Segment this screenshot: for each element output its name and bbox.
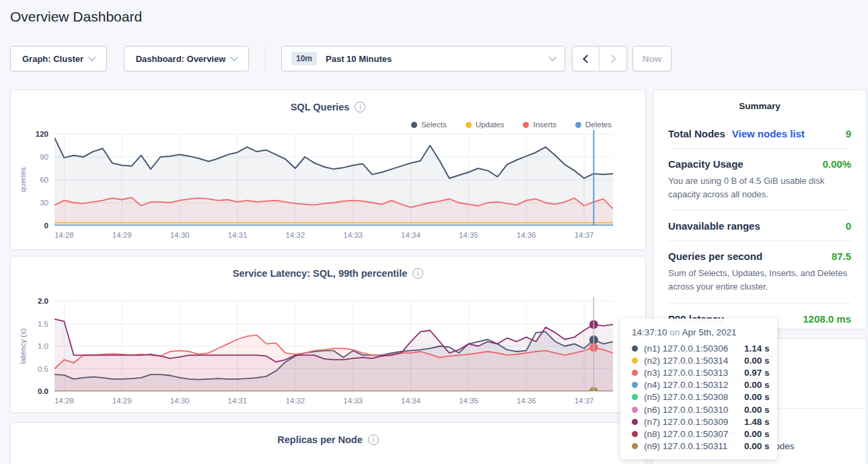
svg-text:14:35: 14:35 <box>459 231 478 239</box>
chevron-right-icon <box>608 55 616 63</box>
view-nodes-list-link[interactable]: View nodes list <box>732 128 805 139</box>
svg-text:60: 60 <box>40 176 48 184</box>
tooltip-sep: on <box>670 327 680 337</box>
graph-scope-label: Graph: Cluster <box>22 54 83 64</box>
unavailable-ranges-value: 0 <box>846 220 851 232</box>
summary-row-total-nodes: Total Nodes View nodes list 9 <box>668 119 851 148</box>
svg-text:120: 120 <box>36 130 48 138</box>
graph-scope-dropdown[interactable]: Graph: Cluster <box>10 46 107 71</box>
qps-label: Queries per second <box>668 251 762 262</box>
capacity-value: 0.00% <box>822 158 851 170</box>
tooltip-row: (n8) 127.0.0.1:503070.00 s <box>632 428 777 440</box>
tooltip-node-label: (n9) 127.0.0.1:50311 <box>644 441 744 451</box>
info-icon[interactable]: i <box>368 434 379 445</box>
series-dot <box>632 419 638 425</box>
tooltip-rows: (n1) 127.0.0.1:503061.14 s(n2) 127.0.0.1… <box>632 342 777 453</box>
svg-text:14:32: 14:32 <box>285 231 305 239</box>
time-range-dropdown[interactable]: 10m Past 10 Minutes <box>281 46 565 71</box>
tooltip-row: (n3) 127.0.0.1:503130.97 s <box>632 366 777 378</box>
legend-item-inserts[interactable]: Inserts <box>523 121 556 129</box>
tooltip-node-value: 0.00 s <box>744 405 770 415</box>
tooltip-row: (n1) 127.0.0.1:503061.14 s <box>632 342 777 354</box>
sql-queries-title: SQL Queries <box>291 102 350 112</box>
svg-text:14:33: 14:33 <box>343 231 363 239</box>
dashboard-dropdown[interactable]: Dashboard: Overview <box>124 46 249 71</box>
total-nodes-value: 9 <box>846 128 851 139</box>
capacity-label: Capacity Usage <box>668 158 744 170</box>
overview-dashboard-page: Overview Dashboard Graph: Cluster Dashbo… <box>0 0 868 464</box>
info-icon[interactable]: i <box>355 102 365 112</box>
tooltip-node-value: 1.14 s <box>744 343 770 354</box>
tooltip-node-value: 0.00 s <box>744 429 770 439</box>
legend-label: Deletes <box>585 121 612 129</box>
qps-value: 87.5 <box>832 251 851 262</box>
legend-item-selects[interactable]: Selects <box>411 121 447 129</box>
tooltip-row: (n4) 127.0.0.1:503120.00 s <box>632 379 777 391</box>
replicas-per-node-panel: Replicas per Node i <box>10 422 646 464</box>
svg-text:14:28: 14:28 <box>55 231 74 239</box>
tooltip-node-label: (n3) 127.0.0.1:50313 <box>644 368 744 378</box>
legend-dot <box>411 122 417 128</box>
time-range-badge: 10m <box>291 52 317 65</box>
tooltip-node-label: (n8) 127.0.0.1:50307 <box>644 429 744 439</box>
series-dot <box>632 443 638 449</box>
page-title: Overview Dashboard <box>10 9 142 25</box>
time-back-button[interactable] <box>573 46 600 71</box>
service-latency-chart[interactable]: 0.00.51.01.52.014:2814:2914:3014:3114:32… <box>11 290 646 411</box>
tooltip-node-value: 1.48 s <box>744 417 770 427</box>
svg-text:14:36: 14:36 <box>517 231 536 239</box>
summary-row-unavailable: Unavailable ranges 0 <box>668 210 851 240</box>
tooltip-node-value: 0.97 s <box>744 368 770 378</box>
tooltip-row: (n6) 127.0.0.1:503100.00 s <box>632 403 777 416</box>
series-dot <box>632 358 638 364</box>
sql-queries-chart[interactable]: 030609012014:2814:2914:3014:3114:3214:33… <box>11 129 646 248</box>
svg-text:queries: queries <box>19 167 27 193</box>
series-dot <box>632 407 638 413</box>
svg-text:14:30: 14:30 <box>170 397 190 405</box>
series-dot <box>632 345 638 352</box>
sql-queries-title-row: SQL Queries i <box>11 90 645 112</box>
time-forward-button[interactable] <box>600 46 626 71</box>
series-dot <box>632 394 638 400</box>
tooltip-row: (n2) 127.0.0.1:503140.00 s <box>632 354 777 366</box>
p99-latency-value: 1208.0 ms <box>803 313 851 325</box>
chevron-left-icon <box>583 55 591 63</box>
tooltip-node-value: 0.00 s <box>744 441 770 451</box>
tooltip-node-label: (n6) 127.0.0.1:50310 <box>644 405 744 415</box>
svg-text:1.0: 1.0 <box>38 342 48 350</box>
tooltip-node-value: 0.00 s <box>744 356 770 366</box>
service-latency-title: Service Latency: SQL, 99th percentile <box>233 268 408 279</box>
legend-item-deletes[interactable]: Deletes <box>575 121 612 129</box>
service-latency-title-row: Service Latency: SQL, 99th percentile i <box>11 257 645 279</box>
series-dot <box>632 382 638 388</box>
time-step-buttons <box>572 46 627 71</box>
tooltip-node-label: (n5) 127.0.0.1:50308 <box>644 392 744 402</box>
replicas-title-row: Replicas per Node i <box>11 423 645 445</box>
service-latency-panel: Service Latency: SQL, 99th percentile i … <box>10 256 646 413</box>
tooltip-node-value: 0.00 s <box>744 380 770 390</box>
svg-text:14:30: 14:30 <box>170 231 190 239</box>
legend-item-updates[interactable]: Updates <box>466 121 505 129</box>
unavailable-ranges-label: Unavailable ranges <box>668 220 760 232</box>
svg-text:14:32: 14:32 <box>285 397 305 405</box>
tooltip-row: (n7) 127.0.0.1:503091.48 s <box>632 416 777 428</box>
summary-panel: Summary Total Nodes View nodes list 9 Ca… <box>653 90 867 329</box>
legend-dot <box>466 122 472 128</box>
info-icon[interactable]: i <box>412 268 423 279</box>
toolbar-divider <box>265 46 266 71</box>
svg-text:14:31: 14:31 <box>228 397 248 405</box>
svg-text:90: 90 <box>40 153 48 161</box>
now-button[interactable]: Now <box>632 46 672 71</box>
legend-dot <box>575 122 581 128</box>
svg-text:14:37: 14:37 <box>575 231 594 239</box>
tooltip-node-value: 0.00 s <box>744 392 770 402</box>
svg-text:14:34: 14:34 <box>401 231 421 239</box>
svg-text:14:35: 14:35 <box>459 397 478 405</box>
tooltip-date: Apr 5th, 2021 <box>682 327 736 337</box>
summary-row-capacity: Capacity Usage 0.00% You are using 0 B o… <box>668 148 851 210</box>
summary-row-qps: Queries per second 87.5 Sum of Selects, … <box>668 240 851 302</box>
time-range-label: Past 10 Minutes <box>326 54 392 64</box>
legend-dot <box>523 122 529 128</box>
summary-body: Total Nodes View nodes list 9 Capacity U… <box>653 119 866 329</box>
svg-text:14:37: 14:37 <box>575 397 594 405</box>
